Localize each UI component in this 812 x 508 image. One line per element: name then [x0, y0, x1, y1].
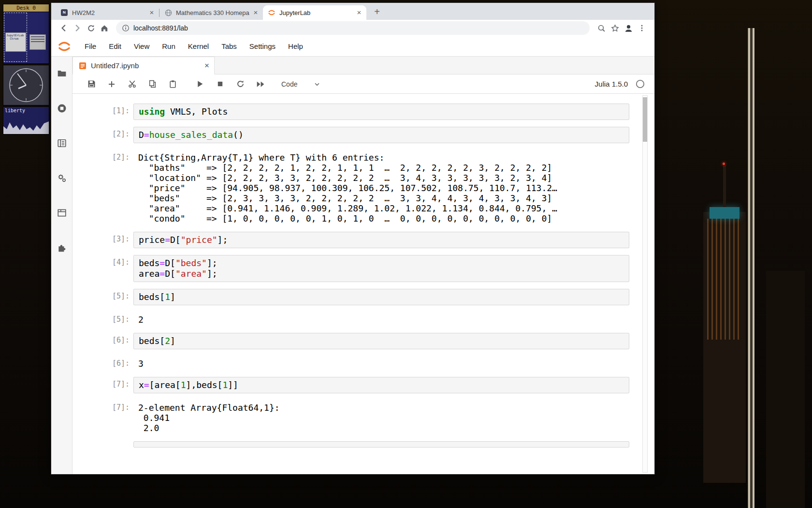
- paste-cells-button[interactable]: [165, 78, 180, 90]
- cell-prompt: [5]:: [79, 312, 133, 327]
- notebook-tab-close-icon[interactable]: ×: [204, 61, 209, 70]
- cell-type-value: Code: [281, 80, 297, 88]
- browser-tab-jupyterlab[interactable]: JupyterLab ×: [263, 5, 366, 20]
- scrollbar-thumb[interactable]: [643, 97, 647, 142]
- kernel-name: Julia 1.5.0: [595, 80, 628, 88]
- pager-mini-window-jupyterlab[interactable]: JupytErLab - Chrom: [5, 32, 26, 52]
- menu-edit[interactable]: Edit: [102, 42, 128, 50]
- desktop-clock: [3, 65, 49, 105]
- mini-text-line: [31, 36, 44, 37]
- tab-title: JupyterLab: [279, 9, 355, 16]
- cell-prompt: [5]:: [79, 289, 133, 305]
- page-info-icon[interactable]: [122, 24, 130, 32]
- home-button[interactable]: [98, 21, 111, 35]
- interrupt-kernel-button[interactable]: [213, 78, 227, 90]
- cell-output: Dict{String,Array{T,1} where T} with 6 e…: [133, 150, 629, 226]
- bookmark-star-icon[interactable]: [608, 21, 622, 35]
- jupyter-logo: [57, 39, 72, 54]
- pager-body[interactable]: JupytErLab - Chrom: [3, 12, 49, 63]
- cell-prompt: [7]:: [79, 400, 133, 435]
- cell-editor[interactable]: using VMLS, Plots: [133, 104, 629, 120]
- cell-output-row: [5]:2: [79, 312, 629, 327]
- document-favicon: N: [60, 9, 68, 16]
- cell-prompt: [3]:: [79, 232, 133, 248]
- new-tab-button[interactable]: +: [370, 5, 384, 19]
- zoom-icon[interactable]: [594, 21, 608, 35]
- menu-run[interactable]: Run: [156, 42, 182, 50]
- tab-close-icon[interactable]: ×: [355, 8, 363, 17]
- cell-prompt: [79, 441, 133, 448]
- cell-output: 3: [133, 356, 629, 371]
- desktop-xload: liberty: [3, 106, 49, 134]
- back-button[interactable]: [57, 21, 71, 35]
- url-text[interactable]: localhost:8891/lab: [133, 24, 188, 32]
- run-all-button[interactable]: [253, 78, 268, 90]
- pager-mini-window-editor[interactable]: [29, 34, 46, 50]
- tab-close-icon[interactable]: ×: [147, 8, 156, 17]
- forward-button[interactable]: [71, 21, 84, 35]
- reload-button[interactable]: [84, 21, 98, 35]
- cell-editor[interactable]: x=[area[1],beds[1]]: [133, 377, 629, 393]
- cell-editor[interactable]: beds=D["beds"];area=D["area"];: [133, 255, 629, 282]
- cell-prompt: [7]:: [79, 377, 133, 393]
- kernel-indicator[interactable]: Julia 1.5.0: [595, 79, 645, 89]
- save-button[interactable]: [84, 78, 99, 90]
- running-kernels-icon[interactable]: [57, 103, 67, 114]
- tab-close-icon[interactable]: ×: [251, 8, 260, 17]
- cell-editor[interactable]: price=D["price"];: [133, 232, 629, 248]
- run-cell-button[interactable]: [192, 78, 207, 90]
- file-browser-icon[interactable]: [57, 68, 67, 79]
- cell-editor[interactable]: beds[1]: [133, 289, 629, 305]
- document-tab-bar: Untitled7.ipynb ×: [72, 57, 654, 75]
- cell-editor[interactable]: beds[2]: [133, 333, 629, 349]
- xload-graph: [3, 118, 49, 134]
- desktop-pager[interactable]: Desk 0 JupytErLab - Chrom: [3, 4, 49, 64]
- profile-avatar-icon[interactable]: [622, 21, 635, 35]
- property-inspector-icon[interactable]: [57, 173, 67, 183]
- browser-nav-bar: localhost:8891/lab: [51, 20, 654, 36]
- notebook-tab-title: Untitled7.ipynb: [91, 61, 139, 70]
- cell-editor[interactable]: D=house_sales_data(): [133, 127, 629, 143]
- menu-settings[interactable]: Settings: [243, 42, 282, 50]
- cell-output-row: [2]:Dict{String,Array{T,1} where T} with…: [79, 150, 629, 226]
- cell-type-dropdown[interactable]: Code: [281, 80, 320, 88]
- browser-tab-hw2m2[interactable]: N HW2M2 ×: [56, 5, 159, 20]
- mini-text-line: [31, 41, 44, 42]
- cell-output-row: [6]:3: [79, 356, 629, 371]
- browser-tab-mathematics[interactable]: Mathematics 330 Homepa ×: [160, 5, 263, 20]
- restart-kernel-button[interactable]: [233, 78, 247, 90]
- building-spire: [723, 165, 726, 207]
- xload-label: liberty: [3, 107, 49, 113]
- jupyterlab-main: Untitled7.ipynb ×: [51, 57, 654, 474]
- menu-tabs[interactable]: Tabs: [215, 42, 243, 50]
- chevron-down-icon: [314, 81, 320, 88]
- menu-view[interactable]: View: [128, 42, 156, 50]
- kernel-status-icon[interactable]: [636, 79, 645, 89]
- browser-menu-icon[interactable]: [635, 21, 649, 35]
- notebook-tab[interactable]: Untitled7.ipynb ×: [72, 57, 215, 75]
- copy-cells-button[interactable]: [145, 78, 160, 90]
- command-palette-icon[interactable]: [57, 138, 67, 149]
- code-cell-row: [2]:D=house_sales_data(): [79, 127, 629, 143]
- menu-kernel[interactable]: Kernel: [182, 42, 215, 50]
- antenna-light: [723, 163, 725, 165]
- notebook-toolbar: Code Julia 1.5.0: [72, 75, 654, 94]
- cut-cells-button[interactable]: [125, 78, 139, 90]
- notebook-scrollbar[interactable]: [642, 95, 648, 473]
- add-cell-button[interactable]: [104, 78, 119, 90]
- cell-output: 2-element Array{Float64,1}: 0.941 2.0: [133, 400, 629, 435]
- notebook-file-icon: [79, 62, 87, 70]
- extension-manager-icon[interactable]: [57, 242, 67, 253]
- code-cell-row: [4]:beds=D["beds"];area=D["area"];: [79, 255, 629, 282]
- cell-prompt: [4]:: [79, 255, 133, 282]
- menu-file[interactable]: File: [78, 42, 102, 50]
- open-tabs-icon[interactable]: [57, 208, 67, 218]
- cell-output-row: [7]:2-element Array{Float64,1}: 0.941 2.…: [79, 400, 629, 435]
- menu-help[interactable]: Help: [282, 42, 309, 50]
- cell-output: 2: [133, 312, 629, 327]
- jupyterlab-app: File Edit View Run Kernel Tabs Settings …: [51, 36, 654, 474]
- address-bar[interactable]: localhost:8891/lab: [116, 21, 590, 35]
- cell-editor-partial[interactable]: [133, 441, 629, 448]
- pager-title: Desk 0: [3, 4, 49, 12]
- code-cell-row: [3]:price=D["price"];: [79, 232, 629, 248]
